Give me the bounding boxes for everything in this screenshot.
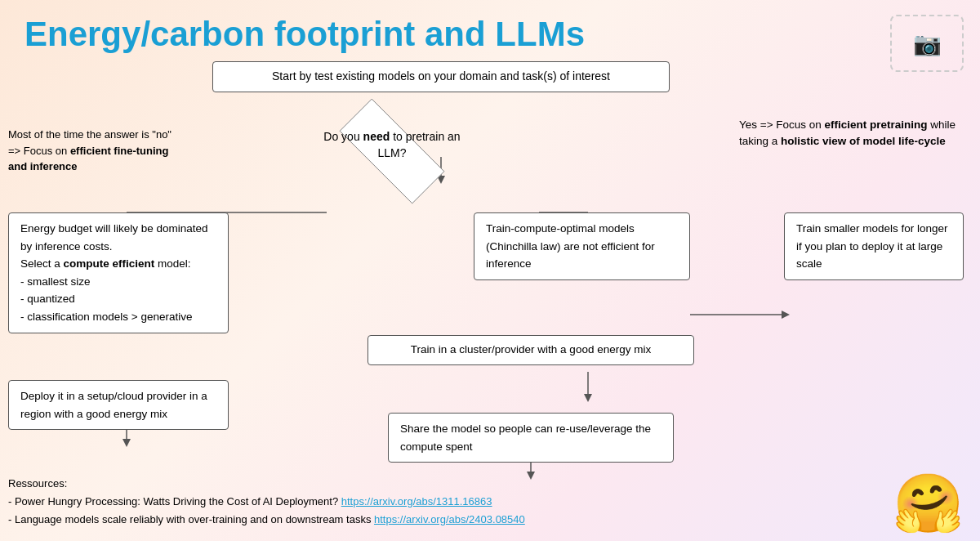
- bottom-share-box: Share the model so people can re-use/lev…: [388, 413, 674, 463]
- left-box: Energy budget will likely be dominated b…: [8, 212, 229, 333]
- svg-marker-15: [527, 472, 535, 480]
- resource1: - Power Hungry Processing: Watts Driving…: [8, 493, 525, 511]
- svg-marker-11: [584, 394, 592, 402]
- diamond-container: Do you need to pretrain an LLM?: [310, 114, 474, 188]
- center-right-box: Train-compute-optimal models (Chinchilla…: [474, 212, 690, 280]
- bottom-center-box: Train in a cluster/provider with a good …: [368, 335, 694, 365]
- resource1-link[interactable]: https://arxiv.org/abs/1311.16863: [341, 495, 492, 507]
- flowchart: Start by test existing models on your do…: [0, 61, 980, 535]
- diamond-text: Do you need to pretrain an LLM?: [318, 129, 466, 161]
- right-annotation: Yes => Focus on efficient pretraining wh…: [739, 117, 976, 150]
- resource2-link[interactable]: https://arxiv.org/abs/2403.08540: [374, 513, 525, 525]
- left-annotation: Most of the time the answer is "no" => F…: [8, 127, 204, 175]
- svg-marker-13: [122, 439, 131, 447]
- resource2: - Language models scale reliably with ov…: [8, 511, 525, 529]
- resources-section: Ressources: - Power Hungry Processing: W…: [8, 475, 525, 529]
- bottom-left-box: Deploy it in a setup/cloud provider in a…: [8, 380, 229, 430]
- page-title: Energy/carbon footprint and LLMs: [0, 0, 980, 62]
- far-right-box: Train smaller models for longer if you p…: [784, 212, 964, 280]
- emoji: 🤗: [893, 470, 964, 537]
- resources-title: Ressources:: [8, 475, 525, 493]
- start-box: Start by test existing models on your do…: [212, 61, 670, 92]
- svg-marker-9: [782, 311, 790, 319]
